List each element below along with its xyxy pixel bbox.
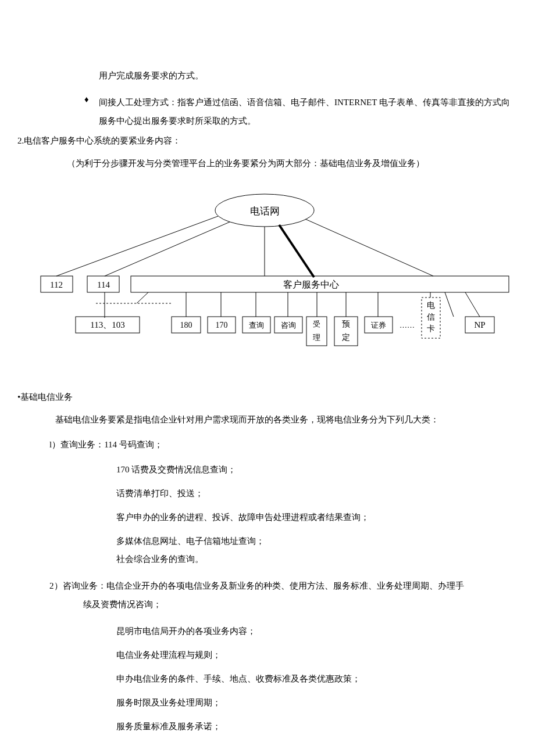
q2-item-0: 昆明市电信局开办的各项业务内容； xyxy=(17,625,518,637)
q1-item-0: 170 话费及交费情况信息查询； xyxy=(17,464,518,476)
line-to-112 xyxy=(56,216,218,276)
label-np: NP xyxy=(474,320,485,329)
consult-head-b: 续及资费情况咨询； xyxy=(49,596,162,614)
section2-title: 2.电信客户服务中心系统的要紧业务内容： xyxy=(17,135,518,147)
section2-sub: （为利于分步骤开发与分类管理平台上的业务要紧分为两大部分：基础电信业务及增值业务… xyxy=(17,157,518,170)
label-accept-a: 受 xyxy=(313,320,320,328)
label-card3: 卡 xyxy=(427,324,435,333)
basic-title: •基础电信业务 xyxy=(17,391,518,403)
line-to-csc-thick xyxy=(279,225,314,277)
label-112: 112 xyxy=(50,280,63,289)
q1-item-2: 客户申办的业务的进程、投诉、故障申告处理进程或者结果查询； xyxy=(17,511,518,524)
label-accept-b: 理 xyxy=(313,333,320,342)
line-to-right xyxy=(305,219,433,276)
l-csc-a xyxy=(137,292,148,303)
label-reserve-b: 定 xyxy=(342,333,350,342)
label-consult: 咨询 xyxy=(281,321,296,329)
label-card2: 信 xyxy=(427,313,435,321)
l10 xyxy=(445,292,454,317)
q2-item-4: 服务质量标准及服务承诺； xyxy=(17,721,518,733)
label-dots: …… xyxy=(400,321,415,329)
label-170: 170 xyxy=(216,321,228,329)
q2-item-1: 电信业务处理流程与规则； xyxy=(17,649,518,661)
bullet-text: 间接人工处理方式：指客户通过信函、语音信箱、电子邮件、INTERNET 电子表单… xyxy=(99,94,518,130)
diagram: 电话网 112 114 客户服务中心 113、103 180 170 查询 xyxy=(17,184,518,356)
diamond-icon: ♦ xyxy=(84,94,99,130)
label-stock: 证券 xyxy=(371,321,386,329)
consult-head-a: 2）咨询业务：电信企业开办的各项电信业务及新业务的种类、使用方法、服务标准、业务… xyxy=(49,581,464,590)
bullet-indirect: ♦ 间接人工处理方式：指客户通过信函、语音信箱、电子邮件、INTERNET 电子… xyxy=(17,94,518,130)
query-head: l）查询业务：114 号码查询； xyxy=(17,439,518,451)
label-114: 114 xyxy=(97,280,110,289)
l9 xyxy=(465,292,480,317)
q1-item-1: 话费清单打印、投送； xyxy=(17,488,518,500)
q2-item-2: 申办电信业务的条件、手续、地点、收费标准及各类优惠政策； xyxy=(17,673,518,685)
basic-desc: 基础电信业务要紧是指电信企业针对用户需求现而开放的各类业务，现将电信业务分为下列… xyxy=(17,414,518,426)
diagram-svg: 电话网 112 114 客户服务中心 113、103 180 170 查询 xyxy=(38,190,515,353)
consult-head: 2）咨询业务：电信企业开办的各项电信业务及新业务的种类、使用方法、服务标准、业务… xyxy=(17,577,518,614)
line-to-114 xyxy=(105,222,230,276)
q1-item-4: 社会综合业务的查询。 xyxy=(17,553,518,565)
label-113: 113、103 xyxy=(90,320,124,329)
label-180: 180 xyxy=(180,321,192,329)
label-phone-net: 电话网 xyxy=(250,206,280,217)
q1-item-3: 多媒体信息网址、电子信箱地址查询； xyxy=(17,535,518,547)
q2-item-3: 服务时限及业务处理周期； xyxy=(17,697,518,709)
label-reserve-a: 预 xyxy=(342,320,350,328)
label-csc: 客户服务中心 xyxy=(283,280,339,289)
label-query: 查询 xyxy=(249,321,264,329)
para-top: 用户完成服务要求的方式。 xyxy=(17,70,518,82)
label-card1: 电 xyxy=(427,301,435,310)
